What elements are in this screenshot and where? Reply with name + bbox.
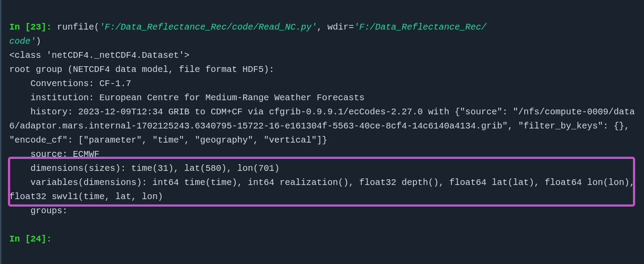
- output-variables-line: variables(dimensions): int64 time(time),…: [9, 177, 640, 202]
- output-dimensions-line: dimensions(sizes): time(31), lat(580), l…: [9, 163, 280, 173]
- wdir-arg-part-b: code': [9, 36, 36, 46]
- runfile-path-arg: 'F:/Data_Reflectance_Rec/code/Read_NC.py…: [99, 22, 317, 32]
- output-groups-line: groups:: [9, 206, 68, 216]
- prompt-label: In [: [9, 234, 30, 244]
- output-source-line: source: ECMWF: [9, 149, 99, 159]
- output-institution-line: institution: European Centre for Medium-…: [9, 93, 364, 103]
- prompt-close: ]:: [41, 234, 52, 244]
- ipython-console[interactable]: In [23]: runfile('F:/Data_Reflectance_Re…: [9, 6, 640, 246]
- prompt-close: ]:: [41, 22, 52, 32]
- wdir-arg-part-a: 'F:/Data_Reflectance_Rec/: [354, 22, 486, 32]
- in-prompt-23: In [23]:: [9, 22, 52, 32]
- runfile-call: runfile: [57, 22, 94, 32]
- prompt-number: 24: [30, 234, 41, 244]
- output-rootgroup-line: root group (NETCDF4 data model, file for…: [9, 64, 274, 75]
- wdir-keyword: wdir: [327, 22, 349, 32]
- in-prompt-24[interactable]: In [24]:: [9, 234, 52, 244]
- prompt-number: 23: [30, 22, 41, 32]
- prompt-label: In [: [9, 22, 30, 32]
- output-history-line: history: 2023-12-09T12:34 GRIB to CDM+CF…: [9, 107, 635, 145]
- output-class-line: <class 'netCDF4._netCDF4.Dataset'>: [9, 50, 189, 60]
- output-conventions-line: Conventions: CF-1.7: [9, 79, 131, 89]
